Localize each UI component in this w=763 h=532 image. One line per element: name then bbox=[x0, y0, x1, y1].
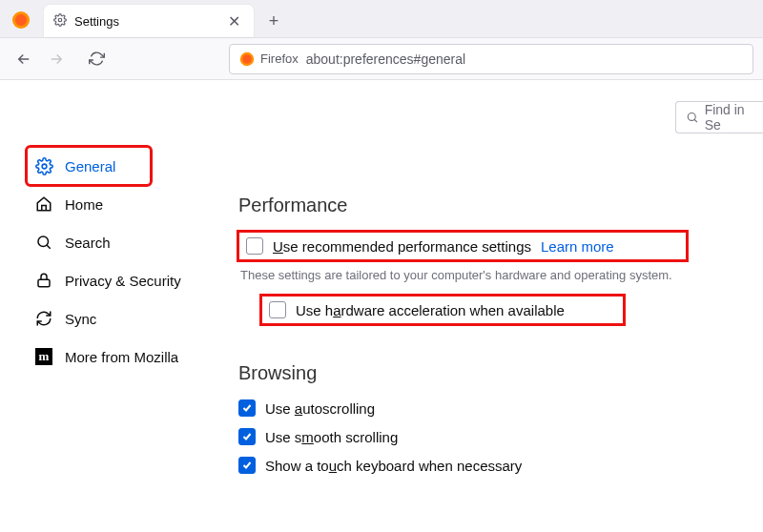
back-button[interactable] bbox=[10, 45, 38, 73]
sidebar-item-label: Search bbox=[65, 235, 111, 251]
tab-title: Settings bbox=[74, 14, 224, 29]
forward-button[interactable] bbox=[42, 45, 71, 73]
find-placeholder: Find in Se bbox=[705, 102, 763, 133]
sidebar-item-search[interactable]: Search bbox=[34, 223, 219, 261]
search-icon bbox=[686, 111, 699, 124]
svg-point-4 bbox=[242, 54, 252, 64]
section-title-performance: Performance bbox=[238, 194, 763, 216]
svg-rect-8 bbox=[38, 279, 50, 287]
row-recommended-performance: Use recommended performance settings Lea… bbox=[238, 232, 687, 260]
firefox-app-icon bbox=[8, 7, 34, 33]
row-autoscrolling: Use autoscrolling bbox=[238, 399, 763, 417]
checkbox-hardware-acceleration[interactable] bbox=[269, 301, 286, 318]
sidebar-item-more-mozilla[interactable]: m More from Mozilla bbox=[34, 338, 219, 376]
svg-point-6 bbox=[42, 164, 47, 169]
sidebar-item-label: Sync bbox=[65, 311, 96, 327]
settings-main-panel: Performance Use recommended performance … bbox=[219, 80, 763, 532]
checkbox-label: Use recommended performance settings bbox=[273, 238, 531, 255]
sidebar-item-general[interactable]: General bbox=[27, 147, 151, 185]
search-icon bbox=[34, 234, 53, 251]
mozilla-icon: m bbox=[34, 348, 53, 365]
checkbox-label: Use autoscrolling bbox=[265, 400, 375, 417]
checkbox-label: Show a touch keyboard when necessary bbox=[265, 458, 522, 474]
section-title-browsing: Browsing bbox=[238, 362, 763, 384]
content-area: Find in Se General Home Search Privacy &… bbox=[0, 80, 763, 532]
sidebar-item-label: More from Mozilla bbox=[65, 349, 178, 365]
reload-button[interactable] bbox=[82, 45, 111, 73]
toolbar: Firefox about:preferences#general bbox=[0, 38, 763, 80]
checkbox-label: Use hardware acceleration when available bbox=[296, 302, 565, 318]
row-hardware-acceleration: Use hardware acceleration when available bbox=[261, 296, 624, 324]
performance-hint: These settings are tailored to your comp… bbox=[240, 268, 763, 282]
checkbox-autoscrolling[interactable] bbox=[238, 399, 256, 417]
url-bar[interactable]: Firefox about:preferences#general bbox=[229, 44, 753, 74]
checkbox-recommended-performance[interactable] bbox=[246, 237, 263, 255]
checkbox-label: Use smooth scrolling bbox=[265, 429, 398, 445]
home-icon bbox=[34, 195, 53, 213]
close-tab-button[interactable]: ✕ bbox=[224, 12, 244, 31]
svg-point-1 bbox=[15, 14, 27, 26]
gear-icon bbox=[34, 157, 53, 175]
new-tab-button[interactable]: + bbox=[259, 7, 288, 35]
row-smooth-scrolling: Use smooth scrolling bbox=[238, 428, 763, 445]
browser-tab[interactable]: Settings ✕ bbox=[44, 5, 254, 37]
gear-icon bbox=[53, 13, 67, 30]
learn-more-link[interactable]: Learn more bbox=[541, 238, 614, 255]
row-touch-keyboard: Show a touch keyboard when necessary bbox=[238, 457, 763, 474]
svg-point-5 bbox=[688, 113, 695, 120]
find-in-settings-input[interactable]: Find in Se bbox=[675, 101, 763, 133]
sidebar-item-label: Home bbox=[65, 196, 103, 213]
svg-point-2 bbox=[58, 18, 62, 22]
checkbox-smooth-scrolling[interactable] bbox=[238, 428, 256, 445]
sidebar-item-sync[interactable]: Sync bbox=[34, 299, 219, 338]
identity-label: Firefox bbox=[260, 51, 299, 66]
url-text: about:preferences#general bbox=[306, 51, 465, 67]
sidebar-item-privacy[interactable]: Privacy & Security bbox=[34, 261, 219, 299]
sync-icon bbox=[34, 310, 53, 327]
lock-icon bbox=[34, 272, 53, 289]
sidebar-item-label: General bbox=[65, 158, 115, 174]
sidebar-item-home[interactable]: Home bbox=[34, 185, 219, 223]
checkbox-touch-keyboard[interactable] bbox=[238, 457, 256, 474]
svg-point-7 bbox=[38, 236, 49, 247]
sidebar-item-label: Privacy & Security bbox=[65, 273, 181, 289]
identity-box[interactable]: Firefox bbox=[239, 51, 299, 67]
tab-bar: Settings ✕ + bbox=[0, 0, 763, 38]
settings-sidebar: General Home Search Privacy & Security S… bbox=[0, 80, 219, 532]
